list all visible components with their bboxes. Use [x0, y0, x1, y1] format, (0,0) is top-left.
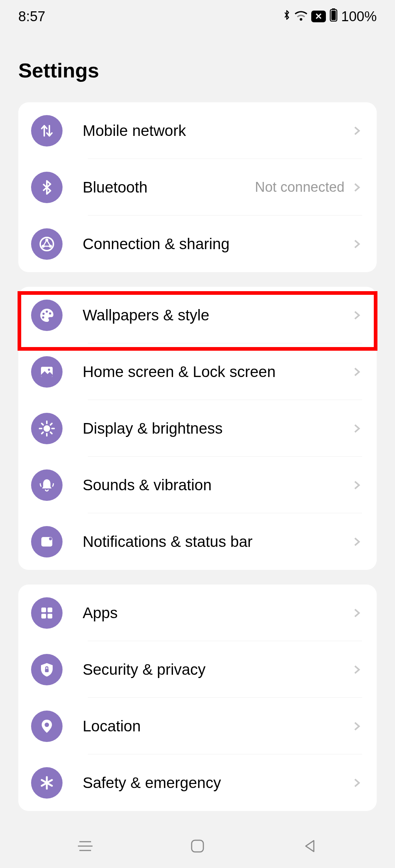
share-icon — [31, 228, 63, 260]
row-label: Sounds & vibration — [83, 476, 352, 494]
chevron-right-icon — [352, 423, 362, 434]
mobile-data-icon — [31, 115, 63, 146]
wifi-status-icon — [294, 9, 308, 24]
row-label: Connection & sharing — [83, 235, 352, 253]
row-label: Home screen & Lock screen — [83, 363, 352, 381]
svg-point-24 — [49, 537, 52, 540]
settings-group-connectivity: Mobile network Bluetooth Not connected C… — [18, 102, 377, 272]
settings-row-wallpapers-style[interactable]: Wallpapers & style — [18, 287, 377, 343]
shield-icon — [31, 654, 63, 685]
chevron-right-icon — [352, 126, 362, 136]
svg-line-22 — [50, 423, 52, 425]
chevron-right-icon — [352, 721, 362, 731]
row-label: Location — [83, 717, 352, 735]
bell-icon — [31, 469, 63, 501]
chevron-right-icon — [352, 182, 362, 193]
battery-percent: 100% — [341, 9, 377, 24]
chevron-right-icon — [352, 367, 362, 377]
svg-rect-26 — [48, 608, 52, 612]
chevron-right-icon — [352, 537, 362, 547]
status-time: 8:57 — [18, 9, 45, 24]
chevron-right-icon — [352, 310, 362, 320]
mute-status-icon: ✕ — [311, 11, 326, 22]
settings-row-apps[interactable]: Apps — [18, 585, 377, 641]
svg-point-30 — [45, 723, 49, 727]
svg-rect-29 — [45, 669, 49, 672]
row-label: Wallpapers & style — [83, 307, 352, 324]
svg-rect-28 — [48, 614, 52, 618]
svg-line-20 — [50, 432, 52, 434]
svg-rect-27 — [41, 614, 46, 618]
nav-back-button[interactable] — [299, 835, 321, 857]
svg-point-14 — [44, 425, 50, 432]
row-label: Bluetooth — [83, 179, 255, 196]
chevron-right-icon — [352, 480, 362, 490]
settings-row-security-privacy[interactable]: Security & privacy — [18, 641, 377, 698]
settings-group-system: Apps Security & privacy Location Safety … — [18, 585, 377, 811]
chevron-right-icon — [352, 665, 362, 675]
page-title: Settings — [0, 33, 395, 102]
svg-rect-3 — [331, 11, 336, 20]
settings-row-sounds-vibration[interactable]: Sounds & vibration — [18, 457, 377, 513]
settings-row-connection-sharing[interactable]: Connection & sharing — [18, 216, 377, 272]
svg-rect-37 — [192, 840, 203, 852]
svg-line-19 — [42, 423, 43, 425]
chevron-right-icon — [352, 239, 362, 249]
svg-point-0 — [300, 18, 302, 20]
notification-icon — [31, 526, 63, 557]
location-icon — [31, 711, 63, 742]
bluetooth-icon — [31, 172, 63, 203]
status-bar: 8:57 ✕ 100% — [0, 0, 395, 33]
row-label: Mobile network — [83, 122, 352, 140]
status-right: ✕ 100% — [283, 8, 377, 25]
apps-icon — [31, 597, 63, 629]
brightness-icon — [31, 413, 63, 444]
settings-row-display-brightness[interactable]: Display & brightness — [18, 400, 377, 457]
row-label: Notifications & status bar — [83, 533, 352, 551]
row-label: Apps — [83, 604, 352, 622]
chevron-right-icon — [352, 778, 362, 788]
settings-list: Mobile network Bluetooth Not connected C… — [0, 102, 395, 811]
settings-group-display: Wallpapers & style Home screen & Lock sc… — [18, 287, 377, 570]
settings-row-safety-emergency[interactable]: Safety & emergency — [18, 754, 377, 811]
settings-row-home-lock-screen[interactable]: Home screen & Lock screen — [18, 343, 377, 400]
svg-point-9 — [46, 311, 48, 313]
svg-point-11 — [42, 316, 44, 319]
chevron-right-icon — [352, 608, 362, 618]
battery-status-icon — [330, 8, 338, 25]
nav-recents-button[interactable] — [74, 835, 96, 857]
svg-point-10 — [49, 312, 51, 315]
svg-point-8 — [42, 313, 45, 315]
palette-icon — [31, 300, 63, 331]
picture-icon — [31, 356, 63, 388]
settings-row-location[interactable]: Location — [18, 698, 377, 754]
row-label: Safety & emergency — [83, 774, 352, 792]
navigation-bar — [0, 824, 395, 868]
row-value: Not connected — [255, 179, 345, 195]
settings-row-mobile-network[interactable]: Mobile network — [18, 102, 377, 159]
settings-row-notifications-status-bar[interactable]: Notifications & status bar — [18, 513, 377, 570]
nav-home-button[interactable] — [187, 835, 208, 857]
row-label: Security & privacy — [83, 661, 352, 678]
svg-rect-25 — [41, 608, 46, 612]
emergency-icon — [31, 767, 63, 799]
svg-line-21 — [42, 432, 43, 434]
svg-point-13 — [48, 369, 50, 371]
settings-row-bluetooth[interactable]: Bluetooth Not connected — [18, 159, 377, 216]
bluetooth-status-icon — [283, 9, 291, 24]
row-label: Display & brightness — [83, 420, 352, 437]
